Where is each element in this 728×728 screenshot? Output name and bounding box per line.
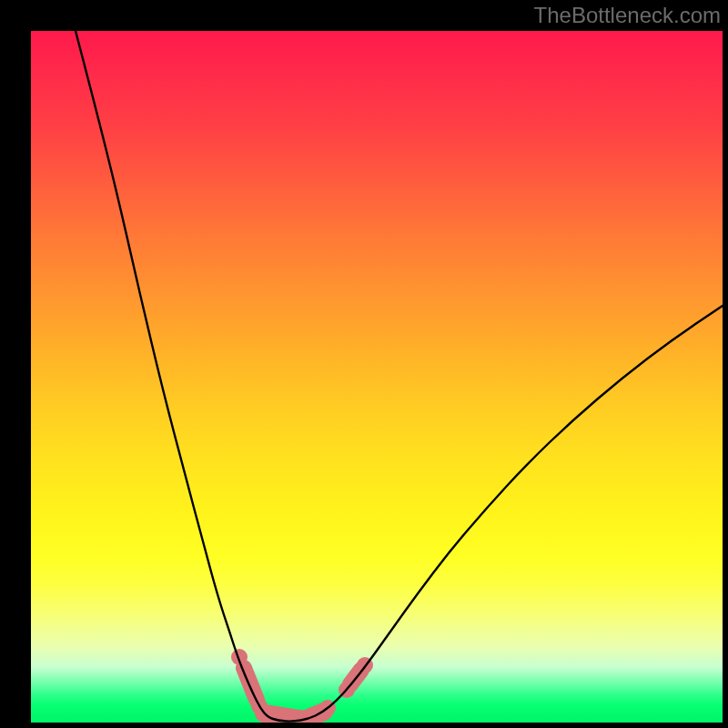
bottleneck-curve	[76, 31, 723, 722]
bottleneck-curve-svg	[31, 31, 723, 723]
watermark-text: TheBottleneck.com	[534, 3, 721, 28]
outer-frame: TheBottleneck.com	[0, 0, 728, 728]
plot-area	[31, 31, 723, 723]
